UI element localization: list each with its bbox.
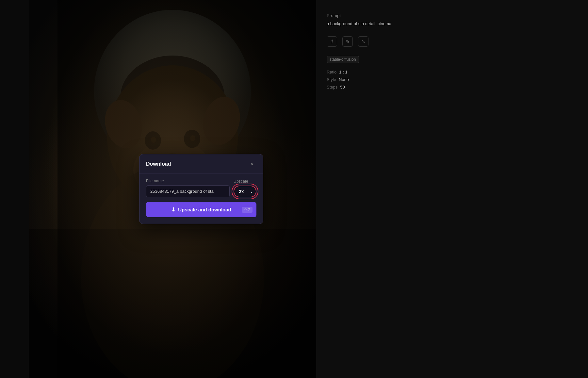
- ratio-val: 1 : 1: [339, 70, 347, 74]
- upscale-select[interactable]: 2x 1x 4x: [234, 186, 256, 197]
- style-key: Style: [327, 77, 336, 82]
- credit-badge: 0.2: [242, 207, 253, 213]
- action-icons: ⤴ ✎ ⤡: [327, 36, 578, 47]
- image-panel: Download × File name Upscale: [29, 0, 316, 378]
- form-row: File name Upscale 2x 1x 4x: [146, 179, 256, 197]
- filename-group: File name: [146, 179, 230, 197]
- edit-button[interactable]: ✎: [342, 36, 353, 47]
- share-button[interactable]: ⤴: [327, 36, 337, 47]
- style-row: Style None: [327, 77, 578, 82]
- upscale-highlight: 2x 1x 4x: [234, 186, 256, 197]
- dialog-body: File name Upscale 2x 1x 4x: [139, 173, 263, 224]
- dialog-title: Download: [146, 161, 171, 167]
- download-icon: ⬇: [171, 206, 175, 213]
- upscale-select-wrapper: 2x 1x 4x: [234, 186, 256, 197]
- steps-val: 50: [340, 85, 345, 90]
- close-button[interactable]: ×: [247, 159, 256, 169]
- filename-input[interactable]: [146, 185, 230, 197]
- upscale-group: Upscale 2x 1x 4x: [234, 179, 256, 197]
- download-dialog: Download × File name Upscale: [139, 154, 263, 224]
- ratio-row: Ratio 1 : 1: [327, 70, 578, 74]
- prompt-text: a background of sta detail, cinema: [327, 21, 578, 27]
- upscale-label: Upscale: [234, 179, 256, 184]
- right-panel: Prompt a background of sta detail, cinem…: [316, 0, 588, 378]
- ratio-key: Ratio: [327, 70, 336, 74]
- steps-key: Steps: [327, 85, 337, 90]
- modal-overlay: Download × File name Upscale: [57, 0, 316, 378]
- style-val: None: [339, 77, 349, 82]
- steps-row: Steps 50: [327, 85, 578, 90]
- prompt-label: Prompt: [327, 13, 578, 18]
- upscale-download-label: Upscale and download: [178, 207, 231, 212]
- upscale-download-button[interactable]: ⬇ Upscale and download 0.2: [146, 202, 256, 217]
- model-tag: stable-diffusion: [327, 56, 359, 63]
- dialog-header: Download ×: [139, 154, 263, 173]
- filename-label: File name: [146, 179, 230, 183]
- expand-button[interactable]: ⤡: [358, 36, 368, 47]
